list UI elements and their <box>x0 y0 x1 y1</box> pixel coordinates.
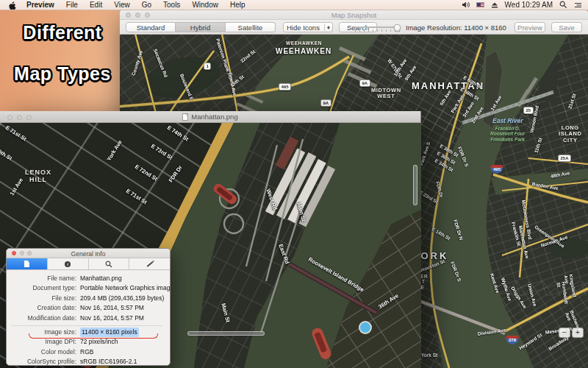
notification-center-icon[interactable] <box>574 1 582 9</box>
st-map-label: E 34th St <box>434 158 454 172</box>
document-proxy-icon <box>182 113 188 121</box>
apple-menu[interactable] <box>0 1 21 10</box>
file-info-list: File name:Manhattan.pngDocument type:Por… <box>7 270 170 366</box>
st-map-label: W 57th St <box>387 58 404 79</box>
menu-window[interactable]: Window <box>186 1 224 9</box>
info-label: Color model: <box>11 347 80 357</box>
pencil-icon <box>146 261 153 267</box>
st-map-label: Kent Ave <box>490 273 501 294</box>
ishield-map-label: 495 <box>490 165 503 174</box>
menu-preview[interactable]: Preview <box>21 1 60 9</box>
info-icon: i <box>65 261 71 267</box>
menu-file[interactable]: File <box>60 1 84 9</box>
st-map-label: 21st St <box>567 93 578 110</box>
hood-map-label: WEEHAWKEN <box>286 40 322 46</box>
st-map-label: Kingsland Ave <box>563 274 578 298</box>
pst-map-label: E 71st St <box>125 188 148 206</box>
horizontal-scrollbar[interactable] <box>187 331 265 336</box>
info-value: Nov 16, 2014, 5:57 PM <box>80 314 144 323</box>
st-map-label: 5th Ave <box>439 89 452 106</box>
spotlight-icon[interactable] <box>559 1 567 9</box>
panel-title: General Info <box>7 250 170 258</box>
map-type-satellite[interactable]: Satellite <box>226 22 276 32</box>
map-type-standard[interactable]: Standard <box>126 22 176 32</box>
vertical-scrollbar[interactable] <box>413 165 417 205</box>
shield-map-label: 495 <box>279 83 291 91</box>
tab-general-info[interactable] <box>7 258 48 269</box>
info-value: 72 pixels/inch <box>80 337 118 347</box>
st-map-label: FDR Dr <box>434 181 444 199</box>
info-label: Creation date: <box>11 303 80 313</box>
info-label: Image DPI: <box>11 337 80 347</box>
st-map-label: Division Ave <box>477 328 506 337</box>
info-value: RGB <box>80 347 93 357</box>
snapshot-titlebar: Map Snapshot <box>120 10 588 20</box>
menu-help[interactable]: Help <box>224 1 251 9</box>
map-type-hybrid[interactable]: Hybrid <box>176 22 226 32</box>
info-value: sRGB IEC61966-2.1 <box>80 357 137 366</box>
menu-view[interactable]: View <box>108 1 136 9</box>
st-map-label: York St <box>421 353 437 358</box>
volume-icon[interactable] <box>462 1 470 9</box>
st-map-label: Paterson Plank Rd <box>215 38 234 80</box>
pst-map-label: E 72nd St <box>134 164 158 183</box>
app-menus: PreviewFileEditViewGoToolsWindowHelp <box>21 1 251 9</box>
menu-tools[interactable]: Tools <box>157 1 186 9</box>
st-map-label: Secaucus Rd <box>153 48 169 78</box>
pst-map-label: FDR Dr <box>168 165 184 184</box>
window-title: Map Snapshot <box>120 11 588 19</box>
st-map-label: Borden Ave <box>531 181 559 191</box>
st-map-label: 48th Ave <box>550 170 570 179</box>
hood-map-label: LONG ISLAND CITY <box>559 125 582 144</box>
menu-clock[interactable]: Wed 10:29 AM <box>505 1 553 9</box>
phood-map-label: LENOX HILL <box>25 169 51 183</box>
st-map-label: Boulevard E <box>179 73 195 101</box>
shield-map-label: 25A <box>558 155 571 162</box>
pst-map-label: East Rd <box>277 244 290 265</box>
tab-keywords[interactable] <box>89 258 130 269</box>
st-map-label: E 23rd St <box>418 189 439 204</box>
st-map-label: E 14th St <box>431 226 451 241</box>
st-map-label: E 36th St <box>436 150 456 165</box>
info-label: Modification date: <box>11 314 80 323</box>
eject-icon[interactable] <box>491 1 498 9</box>
tab-more-info[interactable]: i <box>48 258 89 269</box>
st-map-label: 2nd Ave <box>470 106 484 124</box>
info-row: Image DPI:72 pixels/inch <box>11 337 162 347</box>
info-row: ColorSync profile:sRGB IEC61966-2.1 <box>11 357 162 366</box>
shield-map-label: 9A <box>359 79 370 87</box>
pst-map-label: 36th Ave <box>378 293 400 311</box>
pst-map-label: 1st Ave <box>9 177 24 197</box>
city-map-label: WEEHAWKEN <box>276 47 331 55</box>
st-map-label: E 58th St <box>459 86 480 101</box>
wallpaper-caption-line2: Map Types <box>0 63 125 85</box>
slider-thumb[interactable] <box>394 24 401 32</box>
shield-map-label: 25 <box>523 107 534 114</box>
menu-edit[interactable]: Edit <box>84 1 108 9</box>
st-map-label: Norman Ave <box>540 234 568 248</box>
st-map-label: Union Ave <box>526 283 537 307</box>
info-row: File name:Manhattan.png <box>11 274 162 283</box>
info-row: Document type:Portable Network Graphics … <box>11 283 162 293</box>
st-map-label: 10th Ave <box>392 58 408 77</box>
icons-dropdown[interactable]: Hide Icons <box>283 22 333 32</box>
info-label: Document type: <box>11 283 80 293</box>
menu-go[interactable]: Go <box>136 1 157 9</box>
zoom-in-button[interactable]: + <box>572 328 584 338</box>
info-row: File size:209.4 MB (209,436,159 bytes) <box>11 294 162 303</box>
pst-map-label: York Ave <box>106 139 123 162</box>
preview-button[interactable]: Preview <box>514 22 545 32</box>
zoom-out-button[interactable]: − <box>559 328 570 338</box>
tab-annotations[interactable] <box>129 258 170 269</box>
info-value: Portable Network Graphics image <box>80 283 171 293</box>
pst-map-label: Main St <box>220 302 231 323</box>
input-source-flag-icon[interactable] <box>476 2 484 7</box>
st-map-label: Heyward St <box>518 332 543 350</box>
st-map-label: FDR Dr S <box>457 146 470 167</box>
st-map-label: E 38th St <box>439 143 459 158</box>
save-button[interactable]: Save <box>551 22 582 32</box>
search-icon <box>105 261 112 268</box>
info-value: Nov 16, 2014, 5:57 PM <box>80 303 144 313</box>
resolution-slider[interactable] <box>355 24 401 33</box>
snapshot-toolbar: StandardHybridSatellite Hide Icons Searc… <box>120 20 588 35</box>
